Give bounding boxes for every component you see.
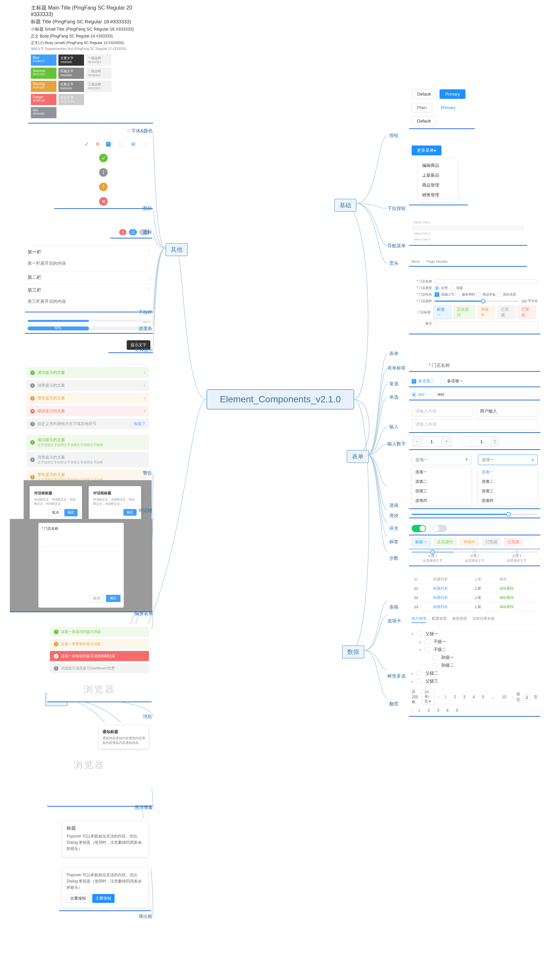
nav-item[interactable]: Menu One 2 — [412, 231, 525, 236]
select-option[interactable]: 选项二 — [412, 477, 471, 487]
leaf-steps[interactable]: 步数 — [389, 555, 398, 561]
leaf-form-label[interactable]: 表单标签 — [387, 365, 406, 371]
plain-button[interactable]: Plain — [412, 103, 432, 112]
pager-next[interactable]: › — [463, 708, 464, 713]
cancel-button[interactable]: 取消 — [48, 509, 63, 516]
menu-item[interactable]: 编辑商品 — [422, 161, 454, 170]
pager-page[interactable]: 3 — [461, 694, 467, 700]
confirm-button[interactable]: 确定 — [64, 509, 77, 516]
pager-page[interactable]: 1 — [416, 707, 422, 714]
tree-label[interactable]: 孙级二 — [441, 662, 454, 669]
pager-page[interactable]: 4 — [471, 694, 477, 700]
pager-prev[interactable]: ‹ — [438, 695, 439, 699]
pager-page[interactable]: 10 — [500, 694, 508, 700]
close-icon[interactable]: × — [143, 370, 146, 375]
leaf-notify[interactable]: 悬浮弹窗 — [135, 805, 153, 811]
leaf-switch[interactable]: 开关 — [389, 526, 398, 532]
root-node[interactable]: Element_Components_v2.1.0 — [207, 389, 354, 410]
primary-button[interactable]: Primary — [440, 89, 465, 99]
select-closed[interactable]: 选项一▾ — [412, 455, 472, 465]
back-link[interactable]: Back — [412, 259, 419, 264]
default-button[interactable]: Default — [412, 89, 436, 99]
checkbox-on[interactable] — [412, 379, 416, 384]
leaf-message[interactable]: 消息 — [143, 714, 152, 720]
tree-label[interactable]: 父级二 — [425, 670, 438, 676]
nav-item[interactable]: Menu One 3 — [412, 236, 525, 243]
nav-item[interactable]: Menu One 1 — [412, 219, 525, 225]
pager-page[interactable]: 5 — [480, 694, 486, 700]
number-stepper[interactable]: ▴▾ — [462, 436, 499, 447]
popover-cancel-button[interactable]: 次要按钮 — [67, 894, 90, 903]
tree-label[interactable]: 孙级一 — [441, 654, 454, 660]
popover-ok-button[interactable]: 主要按钮 — [92, 894, 115, 903]
radio-off[interactable] — [431, 392, 436, 397]
leaf-input[interactable]: 输入 — [389, 424, 398, 430]
pager-page[interactable]: 2 — [426, 707, 432, 714]
leaf-dropdown[interactable]: 下拉栏 — [138, 309, 152, 315]
primary-text-button[interactable]: Primary — [436, 103, 461, 112]
pager-page[interactable]: 4 — [444, 707, 451, 714]
select-option[interactable]: 选项四 — [478, 496, 538, 505]
leaf-nav-menu[interactable]: 导航菜单 — [387, 243, 406, 249]
leaf-page-header[interactable]: 页头 — [389, 260, 398, 266]
more-menu-button[interactable]: 更多菜单 — [412, 146, 441, 155]
branch-other[interactable]: 其他 — [165, 243, 188, 256]
select-option[interactable]: 选项三 — [412, 487, 471, 496]
text-input[interactable]: 请输入内容 — [412, 419, 538, 430]
branch-form[interactable]: 表单 — [347, 450, 369, 463]
leaf-tree[interactable]: 树形多选 — [387, 673, 406, 679]
pager-page[interactable]: 2 — [452, 694, 458, 700]
select-option[interactable]: 选项三 — [478, 487, 538, 496]
select-option[interactable]: 选项一 — [412, 468, 471, 477]
slider[interactable] — [412, 514, 538, 515]
select-option[interactable]: 选项四 — [412, 496, 471, 505]
leaf-checkbox[interactable]: 复选 — [389, 381, 398, 387]
pager-page[interactable]: 1 — [443, 694, 449, 700]
leaf-button[interactable]: 按钮 — [389, 133, 398, 138]
collapse-3-title[interactable]: 第三栏 — [27, 288, 41, 293]
pager-goto-input[interactable]: 1 — [523, 694, 531, 701]
leaf-radio[interactable]: 单选 — [389, 394, 398, 400]
tab[interactable]: 定时任务补偿 — [473, 616, 494, 623]
leaf-form[interactable]: 表单 — [389, 351, 398, 357]
leaf-tabs[interactable]: 选项卡 — [387, 618, 401, 624]
leaf-popover[interactable]: 弹出框 — [138, 914, 152, 919]
checkbox-off[interactable] — [441, 379, 445, 384]
leaf-dialog[interactable]: 对话框 — [138, 508, 152, 514]
pager-page[interactable]: 5 — [454, 707, 460, 714]
cancel-button[interactable]: 取消 — [89, 595, 104, 602]
text-input[interactable]: 请输入内容 — [412, 406, 473, 416]
tab-active[interactable]: 用户管理 — [412, 616, 426, 623]
leaf-font-color[interactable]: 字体&颜色 — [131, 128, 152, 134]
radio-on[interactable] — [412, 392, 416, 397]
tab[interactable]: 角色管理 — [452, 616, 467, 623]
switch-on[interactable] — [412, 525, 426, 532]
tree-checkbox[interactable] — [417, 632, 422, 636]
leaf-icons[interactable]: 图标 — [143, 206, 152, 212]
leaf-select[interactable]: 选项 — [389, 503, 398, 508]
text-input[interactable]: 用户输入 — [476, 406, 538, 416]
collapse-1-title[interactable]: 第一栏 — [27, 249, 41, 255]
select-open[interactable]: 选项一▴ — [478, 455, 538, 465]
menu-item[interactable]: 上架新品 — [422, 170, 454, 180]
leaf-progress[interactable]: 进度条 — [138, 326, 152, 332]
select-option[interactable]: 选项一 — [478, 468, 538, 477]
leaf-badges[interactable]: 徽标 — [143, 229, 152, 235]
tab[interactable]: 配置管理 — [432, 616, 446, 623]
close-icon[interactable]: × — [143, 396, 146, 401]
switch-off[interactable] — [433, 525, 447, 532]
leaf-tooltip[interactable]: 工具提示 — [135, 347, 153, 353]
pager-prev[interactable]: ‹ — [412, 708, 413, 713]
leaf-tag[interactable]: 标签 — [389, 539, 398, 545]
leaf-table[interactable]: 表格 — [389, 604, 398, 610]
pager-next[interactable]: › — [512, 695, 513, 699]
leaf-slider[interactable]: 滑块 — [389, 513, 398, 519]
pager-page[interactable]: 3 — [435, 707, 441, 714]
leaf-pagination[interactable]: 翻页 — [389, 701, 398, 707]
leaf-number[interactable]: 输入数字 — [387, 441, 406, 447]
tree-label[interactable]: 子级二 — [433, 647, 446, 652]
branch-data[interactable]: 数据 — [342, 645, 364, 659]
close-icon[interactable]: × — [143, 409, 146, 413]
close-icon[interactable]: × — [143, 383, 146, 388]
default-button-2[interactable]: Default — [412, 116, 436, 126]
